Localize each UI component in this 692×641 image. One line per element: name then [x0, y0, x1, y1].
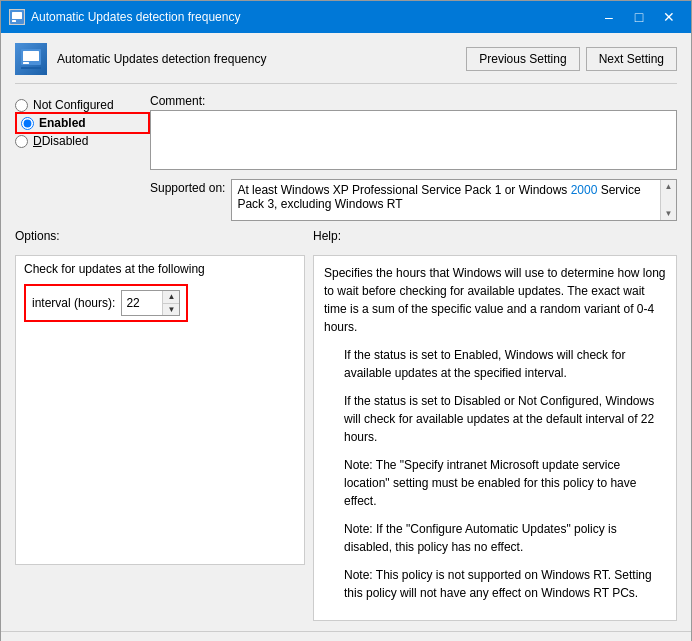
footer: OK Cancel Apply	[1, 631, 691, 641]
supported-section: Supported on: At least Windows XP Profes…	[150, 179, 677, 221]
disabled-radio[interactable]	[15, 135, 28, 148]
spin-down-button[interactable]: ▼	[163, 303, 179, 315]
window-controls: – □ ✕	[595, 7, 683, 27]
svg-rect-5	[23, 62, 29, 64]
help-label: Help:	[313, 229, 677, 243]
interval-spinner: ▲ ▼	[121, 290, 180, 316]
header-title: Automatic Updates detection frequency	[57, 52, 466, 66]
supported-text-blue: 2000	[571, 183, 598, 197]
help-para-1: Specifies the hours that Windows will us…	[324, 264, 666, 336]
svg-rect-2	[12, 20, 16, 22]
scroll-down-arrow[interactable]: ▼	[663, 207, 675, 220]
spin-up-button[interactable]: ▲	[163, 291, 179, 303]
options-box-label: Check for updates at the following	[24, 262, 296, 276]
previous-setting-button[interactable]: Previous Setting	[466, 47, 579, 71]
supported-text: At least Windows XP Professional Service…	[237, 183, 671, 211]
title-bar: Automatic Updates detection frequency – …	[1, 1, 691, 33]
not-configured-radio[interactable]	[15, 99, 28, 112]
comment-textarea[interactable]	[150, 110, 677, 170]
header-buttons: Previous Setting Next Setting	[466, 47, 677, 71]
disabled-radio-label[interactable]: DDisabled	[15, 134, 150, 148]
enabled-radio[interactable]	[21, 117, 34, 130]
disabled-label: DDisabled	[33, 134, 88, 148]
minimize-button[interactable]: –	[595, 7, 623, 27]
top-section: Not Configured Enabled DDisabled Comment…	[15, 94, 677, 221]
options-section: Check for updates at the following inter…	[15, 255, 305, 621]
interval-label: interval (hours):	[32, 296, 115, 310]
window-content: Automatic Updates detection frequency Pr…	[1, 33, 691, 631]
options-box: Check for updates at the following inter…	[15, 255, 305, 565]
svg-rect-4	[23, 51, 39, 61]
next-setting-button[interactable]: Next Setting	[586, 47, 677, 71]
help-para-3: If the status is set to Disabled or Not …	[344, 392, 666, 446]
supported-text-part1: At least Windows XP Professional Service…	[237, 183, 570, 197]
enabled-label: Enabled	[39, 116, 86, 130]
supported-label: Supported on:	[150, 179, 225, 195]
interval-row: interval (hours): ▲ ▼	[24, 284, 188, 322]
supported-box: At least Windows XP Professional Service…	[231, 179, 677, 221]
close-button[interactable]: ✕	[655, 7, 683, 27]
help-para-4: Note: The "Specify intranet Microsoft up…	[344, 456, 666, 510]
main-window: Automatic Updates detection frequency – …	[0, 0, 692, 641]
svg-rect-1	[12, 12, 22, 19]
right-top-section: Comment: Supported on: At least Windows …	[150, 94, 677, 221]
help-para-2: If the status is set to Enabled, Windows…	[344, 346, 666, 382]
maximize-button[interactable]: □	[625, 7, 653, 27]
help-para-6: Note: This policy is not supported on Wi…	[344, 566, 666, 602]
help-box: Specifies the hours that Windows will us…	[313, 255, 677, 621]
window-icon	[9, 9, 25, 25]
svg-rect-6	[21, 67, 41, 69]
not-configured-radio-label[interactable]: Not Configured	[15, 98, 150, 112]
comment-section: Comment:	[150, 94, 677, 173]
radio-group: Not Configured Enabled DDisabled	[15, 94, 150, 221]
help-para-5: Note: If the "Configure Automatic Update…	[344, 520, 666, 556]
interval-input[interactable]	[122, 294, 162, 312]
header-icon	[15, 43, 47, 75]
not-configured-label: Not Configured	[33, 98, 114, 112]
window-title: Automatic Updates detection frequency	[31, 10, 595, 24]
header-row: Automatic Updates detection frequency Pr…	[15, 43, 677, 84]
options-label: Options:	[15, 229, 305, 243]
options-help-row: Check for updates at the following inter…	[15, 255, 677, 621]
spinner-buttons: ▲ ▼	[162, 291, 179, 315]
supported-scrollbar[interactable]: ▲ ▼	[660, 180, 676, 220]
comment-label: Comment:	[150, 94, 677, 108]
scroll-up-arrow[interactable]: ▲	[663, 180, 675, 193]
enabled-radio-label[interactable]: Enabled	[15, 112, 150, 134]
help-section: Specifies the hours that Windows will us…	[313, 255, 677, 621]
